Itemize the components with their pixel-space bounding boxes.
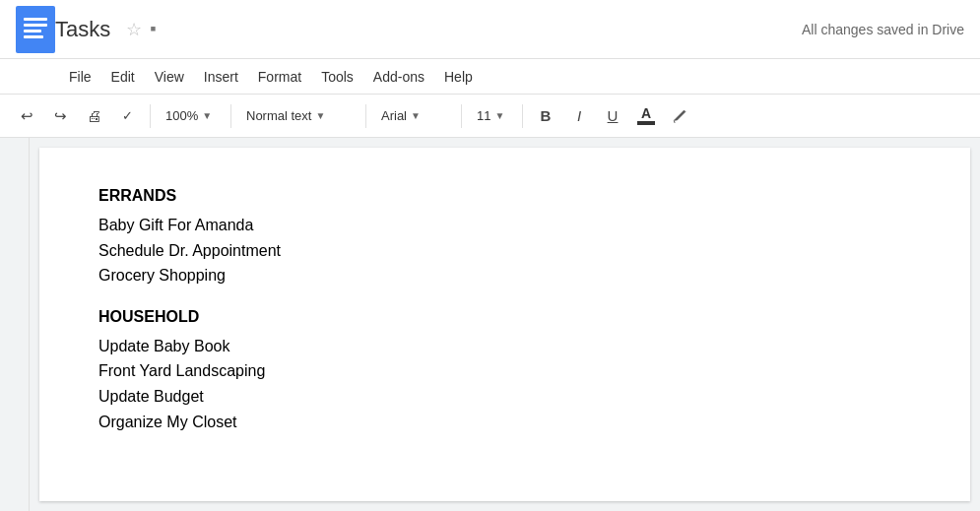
undo-button[interactable]: ↩	[12, 101, 41, 131]
section-heading-errands: ERRANDS	[98, 187, 911, 205]
menu-insert[interactable]: Insert	[194, 65, 248, 89]
toolbar: ↩ ↪ 🖨 ✓ 100% ▼ Normal text ▼ Arial ▼ 11 …	[0, 95, 980, 138]
star-icon[interactable]: ☆	[126, 19, 142, 40]
pencil-icon	[671, 107, 688, 125]
saved-status: All changes saved in Drive	[802, 22, 964, 37]
left-margin	[0, 138, 30, 511]
font-color-bar	[637, 121, 655, 125]
svg-rect-1	[24, 18, 47, 21]
print-button[interactable]: 🖨	[79, 101, 108, 131]
bold-button[interactable]: B	[531, 101, 560, 131]
folder-icon[interactable]: ▪	[150, 19, 156, 39]
task-item-household-3: Organize My Closet	[98, 410, 911, 435]
italic-button[interactable]: I	[564, 101, 594, 131]
menu-tools[interactable]: Tools	[311, 65, 363, 89]
section-heading-household: HOUSEHOLD	[98, 308, 911, 326]
menu-help[interactable]: Help	[434, 65, 483, 89]
font-size-value: 11	[477, 108, 490, 123]
menu-edit[interactable]: Edit	[101, 65, 145, 89]
toolbar-divider-2	[230, 104, 231, 128]
font-size-dropdown[interactable]: 11 ▼	[470, 101, 514, 131]
size-arrow: ▼	[494, 110, 504, 121]
zoom-arrow: ▼	[202, 110, 212, 121]
menu-file[interactable]: File	[59, 65, 101, 89]
menu-view[interactable]: View	[145, 65, 194, 89]
task-item-errands-0: Baby Gift For Amanda	[98, 213, 911, 238]
task-item-errands-1: Schedule Dr. Appointment	[98, 238, 911, 264]
content-area: ERRANDS Baby Gift For Amanda Schedule Dr…	[0, 138, 980, 511]
toolbar-divider-3	[365, 104, 366, 128]
toolbar-divider-1	[150, 104, 151, 128]
document[interactable]: ERRANDS Baby Gift For Amanda Schedule Dr…	[39, 148, 970, 501]
highlight-button[interactable]	[665, 101, 694, 131]
style-arrow: ▼	[315, 110, 325, 121]
zoom-dropdown[interactable]: 100% ▼	[159, 101, 223, 131]
redo-button[interactable]: ↪	[45, 101, 75, 131]
menu-addons[interactable]: Add-ons	[363, 65, 434, 89]
spellcheck-button[interactable]: ✓	[112, 101, 142, 131]
task-item-household-1: Front Yard Landscaping	[98, 358, 911, 384]
font-arrow: ▼	[411, 110, 421, 121]
menu-format[interactable]: Format	[248, 65, 311, 89]
app-title: Tasks	[55, 17, 110, 42]
zoom-value: 100%	[165, 108, 198, 123]
svg-rect-3	[24, 30, 41, 32]
toolbar-divider-5	[522, 104, 523, 128]
font-color-letter: A	[641, 106, 651, 120]
task-item-household-2: Update Budget	[98, 384, 911, 410]
toolbar-divider-4	[461, 104, 462, 128]
underline-button[interactable]: U	[598, 101, 627, 131]
task-item-household-0: Update Baby Book	[98, 334, 911, 359]
svg-rect-4	[24, 35, 43, 38]
font-color-button[interactable]: A	[631, 101, 661, 131]
style-dropdown[interactable]: Normal text ▼	[239, 101, 358, 131]
task-item-errands-2: Grocery Shopping	[98, 263, 911, 288]
section-gap	[98, 288, 911, 308]
font-dropdown[interactable]: Arial ▼	[374, 101, 453, 131]
menubar: File Edit View Insert Format Tools Add-o…	[0, 59, 980, 95]
svg-rect-2	[24, 24, 47, 27]
app-header: Tasks ☆ ▪ All changes saved in Drive	[0, 0, 980, 59]
font-value: Arial	[381, 108, 407, 123]
style-value: Normal text	[246, 108, 311, 123]
app-icon	[16, 6, 55, 53]
